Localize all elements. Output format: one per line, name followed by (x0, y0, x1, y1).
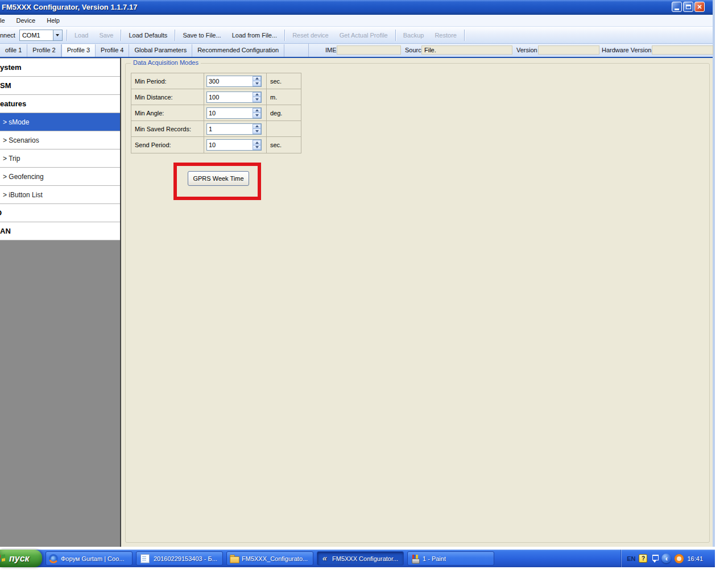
min-angle-input[interactable] (206, 107, 262, 119)
spin-up-icon[interactable] (253, 92, 261, 97)
taskbar-item-text-document[interactable]: 20160229153403 - Б... (136, 551, 223, 566)
tabbar-separator (308, 44, 309, 57)
toolbar-separator (121, 30, 121, 41)
min-distance-label: Min Distance: (135, 94, 173, 101)
load-from-file-button[interactable]: Load from File... (229, 30, 280, 41)
toolbar-separator (67, 30, 67, 41)
start-button[interactable]: пуск (0, 550, 42, 567)
load-button[interactable]: Load (71, 30, 92, 41)
send-period-label: Send Period: (135, 142, 171, 148)
sidebar-item-geofencing[interactable]: > Geofencing (0, 168, 120, 186)
min-saved-records-input[interactable] (206, 123, 262, 135)
sidebar-item-can[interactable]: AN (0, 222, 120, 240)
titlebar: FM5XXX Configurator, Version 1.1.7.17 ✕ (0, 0, 713, 15)
backup-button[interactable]: Backup (400, 30, 428, 41)
text-document-icon (140, 554, 150, 563)
get-actual-profile-button[interactable]: Get Actual Profile (336, 30, 391, 41)
minimize-button[interactable] (672, 2, 682, 12)
menu-device[interactable]: Device (11, 17, 42, 24)
sidebar-item-smode[interactable]: > sMode (0, 113, 120, 131)
spin-down-icon[interactable] (253, 128, 261, 134)
min-period-input[interactable] (206, 76, 262, 87)
com-port-select[interactable]: COM1 (19, 30, 63, 41)
menu-help[interactable]: Help (41, 17, 65, 24)
window-title: FM5XXX Configurator, Version 1.1.7.17 (2, 3, 137, 11)
fm-configurator-icon: « (320, 554, 329, 563)
reset-device-button[interactable]: Reset device (289, 30, 332, 41)
spin-down-icon[interactable] (253, 145, 261, 151)
close-icon: ✕ (697, 4, 702, 10)
table-row: Min Angle: deg. (131, 105, 301, 121)
min-distance-unit: m. (270, 94, 277, 101)
tray-orange-ring-icon[interactable] (675, 554, 684, 563)
gprs-week-time-button[interactable]: GPRS Week Time (188, 171, 249, 186)
firefox-icon (49, 554, 58, 563)
source-field: File. (421, 45, 512, 55)
restore-button[interactable]: Restore (431, 30, 460, 41)
send-period-spinner[interactable] (253, 140, 261, 150)
min-angle-unit: deg. (270, 110, 282, 117)
spin-up-icon[interactable] (253, 140, 261, 145)
system-tray: EN ? ‹ 16:41 (621, 550, 715, 567)
spin-down-icon[interactable] (253, 97, 261, 102)
menu-file[interactable]: le (0, 17, 11, 24)
tab-profile-2[interactable]: Profile 2 (27, 44, 61, 57)
tab-recommended-configuration[interactable]: Recommended Configuration (192, 44, 284, 57)
taskbar-item-fm-configurator[interactable]: « FM5XXX Configurator... (317, 551, 404, 566)
sidebar-item-features[interactable]: eatures (0, 95, 120, 113)
load-defaults-button[interactable]: Load Defaults (125, 30, 171, 41)
toolbar-separator (175, 30, 175, 41)
hide-icons-chevron-icon[interactable]: ‹ (661, 554, 671, 563)
send-period-input[interactable] (206, 139, 262, 151)
min-distance-value[interactable] (207, 94, 253, 101)
sidebar-item-scenarios[interactable]: > Scenarios (0, 131, 120, 149)
send-period-value[interactable] (207, 142, 253, 148)
paint-icon (411, 554, 420, 563)
close-button[interactable]: ✕ (694, 2, 705, 12)
tab-profile-4[interactable]: Profile 4 (96, 44, 129, 57)
language-indicator[interactable]: EN (627, 555, 635, 562)
spin-up-icon[interactable] (253, 108, 261, 113)
sidebar-item-ibutton-list[interactable]: > iButton List (0, 186, 120, 204)
sidebar-item-io[interactable]: O (0, 204, 120, 222)
min-period-value[interactable] (207, 78, 253, 85)
sidebar: ystem SM eatures > sMode > Scenarios > T… (0, 58, 120, 547)
min-angle-spinner[interactable] (253, 108, 261, 118)
tab-profile-1[interactable]: ofile 1 (0, 44, 27, 57)
min-angle-value[interactable] (207, 110, 253, 117)
maximize-button[interactable] (683, 2, 693, 12)
min-period-spinner[interactable] (253, 76, 261, 86)
version-label: Version (516, 47, 537, 53)
com-port-value: COM1 (20, 32, 53, 39)
windows-flag-icon (0, 554, 6, 563)
taskbar-item-folder[interactable]: FM5XXX_Configurato... (226, 551, 313, 566)
combo-dropdown-icon[interactable] (53, 30, 62, 40)
min-distance-input[interactable] (206, 92, 262, 103)
toolbar-separator (284, 30, 285, 41)
menubar: le Device Help (0, 15, 713, 27)
spin-up-icon[interactable] (253, 76, 261, 81)
spin-up-icon[interactable] (253, 124, 261, 129)
tray-window-icon[interactable] (651, 555, 658, 563)
taskbar-item-paint[interactable]: 1 - Paint (407, 551, 494, 566)
hardware-version-label: Hardware Version (602, 47, 651, 53)
tab-global-parameters[interactable]: Global Parameters (129, 44, 192, 57)
taskbar-item-firefox[interactable]: Форум Gurtam | Coo... (46, 551, 133, 566)
save-to-file-button[interactable]: Save to File... (179, 30, 224, 41)
minimize-icon (675, 9, 679, 10)
table-row: Min Period: sec. (131, 73, 301, 89)
sidebar-item-system[interactable]: ystem (0, 59, 120, 77)
spin-down-icon[interactable] (253, 113, 261, 118)
min-distance-spinner[interactable] (253, 92, 261, 102)
tab-profile-3[interactable]: Profile 3 (61, 44, 96, 57)
spin-down-icon[interactable] (253, 81, 261, 86)
save-button[interactable]: Save (96, 30, 117, 41)
sidebar-item-trip[interactable]: > Trip (0, 149, 120, 168)
acquisition-table: Min Period: sec. Min Distance: (131, 73, 301, 153)
min-saved-records-value[interactable] (207, 126, 253, 132)
sidebar-item-gsm[interactable]: SM (0, 77, 120, 95)
tray-help-icon[interactable]: ? (639, 554, 647, 563)
min-saved-records-spinner[interactable] (253, 124, 261, 134)
connect-label: nnect (0, 32, 15, 39)
min-period-unit: sec. (270, 78, 282, 85)
